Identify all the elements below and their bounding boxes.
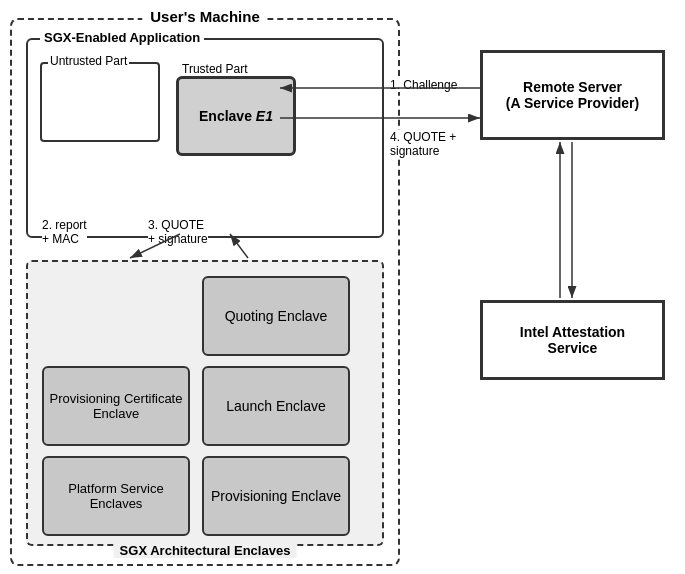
sgx-app-box: SGX-Enabled Application Untrusted Part T… [26,38,384,238]
intel-attestation-label: Intel AttestationService [520,324,625,356]
quoting-enclave-box: Quoting Enclave [202,276,350,356]
prov-cert-enclave-label: Provisioning Certificate Enclave [44,391,188,421]
platform-service-label: Platform Service Enclaves [44,481,188,511]
prov-enclave-label: Provisioning Enclave [211,488,341,504]
challenge-label: 1. Challenge [390,78,457,92]
untrusted-part-label: Untrusted Part [48,54,129,68]
prov-cert-enclave-box: Provisioning Certificate Enclave [42,366,190,446]
diagram-container: User's Machine SGX-Enabled Application U… [0,0,685,574]
sgx-arch-box: SGX Architectural Enclaves Quoting Encla… [26,260,384,546]
report-mac-label: 2. report+ MAC [42,218,87,246]
enclave-e1-box: Enclave E1 [176,76,296,156]
untrusted-part-box: Untrusted Part [40,62,160,142]
prov-enclave-box: Provisioning Enclave [202,456,350,536]
quoting-enclave-label: Quoting Enclave [225,308,328,324]
intel-attestation-box: Intel AttestationService [480,300,665,380]
sgx-arch-label: SGX Architectural Enclaves [114,543,297,558]
quote-sig2-label: 4. QUOTE +signature [390,130,456,158]
sgx-app-label: SGX-Enabled Application [40,30,204,45]
remote-server-label: Remote Server(A Service Provider) [506,79,639,111]
trusted-part-label: Trusted Part [182,62,248,76]
quote-sig-label: 3. QUOTE+ signature [148,218,208,246]
remote-server-box: Remote Server(A Service Provider) [480,50,665,140]
launch-enclave-label: Launch Enclave [226,398,326,414]
users-machine-label: User's Machine [142,8,267,25]
enclave-e1-label: Enclave E1 [199,108,273,124]
platform-service-box: Platform Service Enclaves [42,456,190,536]
users-machine-box: User's Machine SGX-Enabled Application U… [10,18,400,566]
launch-enclave-box: Launch Enclave [202,366,350,446]
